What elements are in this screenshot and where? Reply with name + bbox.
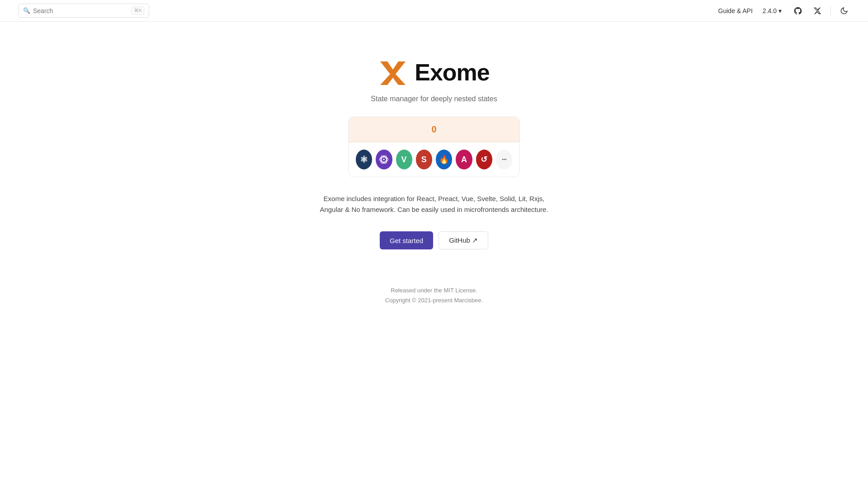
header-right: Guide & API 2.4.0 ▾ <box>718 5 850 17</box>
footer: Released under the MIT License. Copyrigh… <box>385 286 483 324</box>
framework-more[interactable]: ··· <box>496 150 512 169</box>
framework-rxjs[interactable]: ↺ <box>476 150 492 169</box>
dark-mode-toggle[interactable] <box>838 5 850 17</box>
framework-vue[interactable]: V <box>396 150 412 169</box>
demo-card: 0 ⚛ V S 🔥 A ↺ ··· <box>348 117 520 177</box>
header: 🔍 ⌘K Guide & API 2.4.0 ▾ <box>0 0 868 22</box>
demo-counter: 0 <box>349 117 519 142</box>
chevron-down-icon: ▾ <box>778 7 782 14</box>
moon-icon <box>840 7 848 15</box>
footer-copyright: Copyright © 2021-present Marcisbee. <box>385 296 483 305</box>
svg-point-4 <box>383 159 385 160</box>
get-started-button[interactable]: Get started <box>380 231 433 249</box>
header-divider <box>830 6 831 15</box>
main-content: Exome State manager for deeply nested st… <box>0 22 868 324</box>
search-icon: 🔍 <box>23 8 30 14</box>
footer-license: Released under the MIT License. <box>385 286 483 296</box>
exome-logo <box>378 58 407 87</box>
framework-lit[interactable]: 🔥 <box>436 150 452 169</box>
preact-icon <box>379 155 389 164</box>
framework-solid[interactable]: S <box>416 150 432 169</box>
search-box[interactable]: 🔍 ⌘K <box>18 4 149 18</box>
twitter-x-icon <box>813 7 821 15</box>
search-keyboard-shortcut: ⌘K <box>132 7 144 14</box>
svg-marker-0 <box>380 61 406 85</box>
github-button[interactable]: GitHub ↗ <box>439 231 488 249</box>
frameworks-row: ⚛ V S 🔥 A ↺ ··· <box>349 142 519 177</box>
hero-subtitle: State manager for deeply nested states <box>371 95 497 103</box>
version-dropdown[interactable]: 2.4.0 ▾ <box>760 5 784 16</box>
github-icon-button[interactable] <box>792 5 804 17</box>
github-icon <box>793 6 802 15</box>
search-input[interactable] <box>33 7 129 14</box>
hero-title: Exome <box>415 59 490 86</box>
hero-description: Exome includes integration for React, Pr… <box>316 193 552 215</box>
framework-angular[interactable]: A <box>456 150 472 169</box>
framework-preact[interactable] <box>376 150 392 169</box>
cta-buttons: Get started GitHub ↗ <box>380 231 488 249</box>
framework-react[interactable]: ⚛ <box>356 150 372 169</box>
version-label: 2.4.0 <box>763 7 777 14</box>
header-left: 🔍 ⌘K <box>18 4 172 18</box>
hero-logo-section: Exome <box>378 58 490 87</box>
twitter-x-icon-button[interactable] <box>811 5 823 17</box>
nav-guide-api[interactable]: Guide & API <box>718 7 753 14</box>
